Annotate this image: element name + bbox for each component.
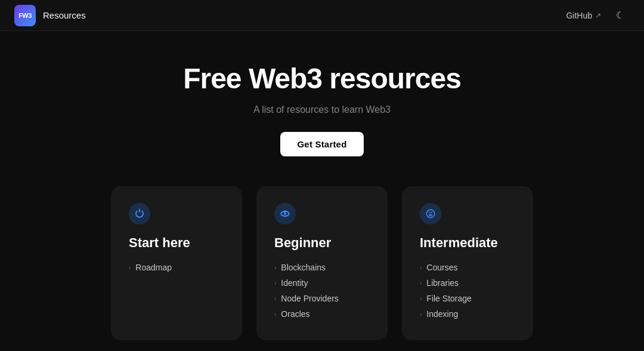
- list-item[interactable]: › File Storage: [420, 294, 515, 303]
- power-icon: [129, 203, 150, 224]
- github-link[interactable]: GitHub ↗: [566, 11, 601, 20]
- card-beginner-list: › Blockchains › Identity › Node Provider…: [274, 263, 370, 319]
- list-item[interactable]: › Courses: [420, 263, 515, 272]
- list-item-label: Courses: [426, 263, 457, 272]
- card-intermediate: Intermediate › Courses › Libraries › Fil…: [402, 186, 533, 340]
- chevron-icon: ›: [274, 311, 276, 318]
- navbar: FW3 Resources GitHub ↗ ☾: [0, 0, 644, 31]
- theme-toggle-button[interactable]: ☾: [611, 6, 630, 25]
- list-item-label: Roadmap: [135, 263, 172, 272]
- svg-point-2: [426, 210, 435, 218]
- chevron-icon: ›: [420, 295, 422, 302]
- list-item[interactable]: › Indexing: [420, 309, 515, 319]
- hero-section: Free Web3 resources A list of resources …: [0, 31, 644, 180]
- card-start-list: › Roadmap: [129, 263, 224, 272]
- svg-point-3: [429, 213, 430, 214]
- chevron-icon: ›: [129, 264, 131, 271]
- nav-left: FW3 Resources: [14, 5, 86, 26]
- chevron-icon: ›: [420, 311, 422, 318]
- list-item-label: Oracles: [281, 309, 309, 319]
- chevron-icon: ›: [420, 280, 422, 287]
- nav-right: GitHub ↗ ☾: [566, 6, 630, 25]
- github-label: GitHub: [566, 11, 592, 20]
- card-start-title: Start here: [129, 235, 224, 251]
- svg-point-4: [431, 213, 432, 214]
- list-item[interactable]: › Oracles: [274, 309, 370, 319]
- list-item-label: Indexing: [426, 309, 458, 319]
- face-icon: [420, 203, 441, 224]
- list-item-label: Libraries: [426, 278, 459, 288]
- logo: FW3: [14, 5, 36, 26]
- card-intermediate-list: › Courses › Libraries › File Storage › I…: [420, 263, 515, 319]
- hero-subtitle: A list of resources to learn Web3: [12, 104, 632, 115]
- list-item[interactable]: › Libraries: [420, 278, 515, 288]
- cards-container: Start here › Roadmap Beginner › Blockcha…: [0, 186, 644, 340]
- card-intermediate-title: Intermediate: [420, 235, 515, 251]
- get-started-button[interactable]: Get Started: [280, 132, 363, 156]
- chevron-icon: ›: [420, 264, 422, 271]
- list-item-label: Identity: [281, 278, 308, 288]
- list-item-label: Node Providers: [281, 294, 339, 303]
- chevron-icon: ›: [274, 280, 276, 287]
- chevron-icon: ›: [274, 295, 276, 302]
- card-beginner: Beginner › Blockchains › Identity › Node…: [256, 186, 388, 340]
- list-item-label: File Storage: [426, 294, 471, 303]
- list-item-label: Blockchains: [281, 263, 326, 272]
- moon-icon: ☾: [616, 10, 624, 21]
- external-link-icon: ↗: [595, 11, 601, 20]
- eye-icon: [274, 203, 296, 224]
- list-item[interactable]: › Roadmap: [129, 263, 224, 272]
- card-beginner-title: Beginner: [274, 235, 370, 251]
- list-item[interactable]: › Blockchains: [274, 263, 370, 272]
- list-item[interactable]: › Identity: [274, 278, 370, 288]
- card-start-here: Start here › Roadmap: [111, 186, 242, 340]
- chevron-icon: ›: [274, 264, 276, 271]
- list-item[interactable]: › Node Providers: [274, 294, 370, 303]
- hero-title: Free Web3 resources: [12, 62, 632, 95]
- nav-title: Resources: [43, 10, 86, 20]
